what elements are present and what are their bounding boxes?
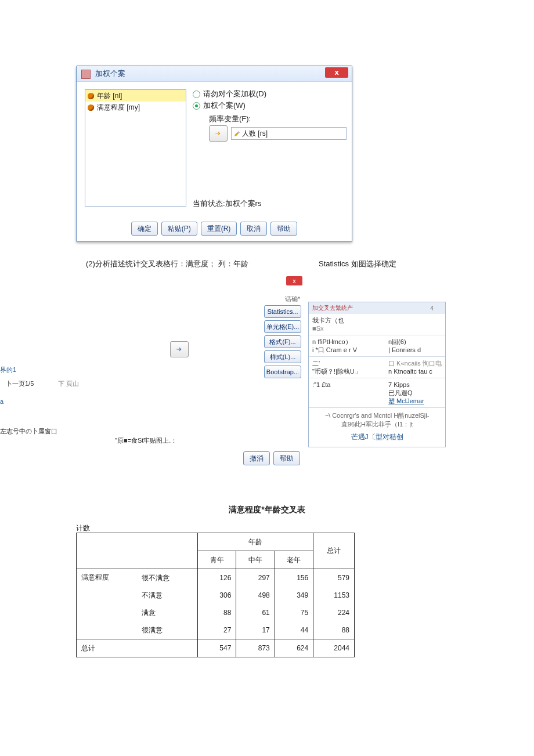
radio-no-weight[interactable]: 请勿对个案加权(D) xyxy=(193,88,347,100)
status-text: 当前状态:加权个案rs xyxy=(193,198,261,209)
option-text[interactable]: 口 K«ncaiis 恂口电n Ktnoaltc tau c xyxy=(388,359,442,375)
list-item[interactable]: 满意程度 [my] xyxy=(85,102,186,113)
footer-text: ~\ Cocnrgr's and Mcntcl H酷nuzelSji-直96此H… xyxy=(309,407,445,432)
dialog-title: 加权个案 xyxy=(77,66,352,82)
col-header: 青年 xyxy=(197,551,236,569)
statistics-panel: 加交叉去繁统产4 我卡方（也■Sx n ffiPtHmco）i *口 Cram … xyxy=(308,302,446,447)
col-group: 年龄 xyxy=(197,533,313,551)
garbled-text: "原■=食St牢贴图上.： xyxy=(115,436,177,445)
freq-label: 频率变量(F): xyxy=(209,114,347,124)
radio-icon xyxy=(193,91,200,98)
garbled-text: 话确* xyxy=(285,295,300,303)
row-name: 很满意 xyxy=(137,621,197,639)
crosstab-table: 年龄 总计 青年 中年 老年 满意程度 很不满意 126 297 156 579… xyxy=(76,533,355,657)
freq-field[interactable]: 人数 [rs] xyxy=(231,127,347,140)
fragment-text: 左志号中の卜屋窗口 xyxy=(0,427,57,436)
row-name: 很不满意 xyxy=(137,569,197,587)
weight-cases-dialog: 加权个案 x 年龄 [nl] 满意程度 [my] 请勿对个案加权(D) 加权个案… xyxy=(76,66,352,242)
list-item[interactable]: 年龄 [nl] xyxy=(85,90,186,102)
crosstabs-dialog: x 话确* Statistics... 单元格(E)... 格式(F)... 样… xyxy=(74,273,306,470)
pencil-icon xyxy=(234,131,240,137)
radio-icon xyxy=(193,102,200,110)
arrow-right-icon xyxy=(214,129,222,138)
option-text[interactable]: 7 Kipps已凡週Q塑 MclJemar xyxy=(388,381,442,405)
total-label: 总计 xyxy=(77,639,198,657)
help-button[interactable]: 帮助 xyxy=(273,451,300,465)
move-button[interactable] xyxy=(209,125,228,142)
variable-list[interactable]: 年龄 [nl] 满意程度 [my] xyxy=(85,89,186,207)
statistics-button[interactable]: Statistics... xyxy=(264,305,301,318)
fragment-text: 卜一页1/5 xyxy=(6,379,34,388)
chi-square-check[interactable]: 我卡方（也■Sx xyxy=(312,316,388,332)
arrow-right-icon xyxy=(175,345,183,353)
table-title: 满意程度*年龄交叉表 xyxy=(0,505,534,515)
var-icon xyxy=(88,104,94,111)
step-text-2: Statistics 如图选择确定 xyxy=(319,259,396,269)
step-text-1: (2)分析描述统计交叉表格行：满意度； 列：年龄 xyxy=(86,259,248,269)
col-header: 中年 xyxy=(236,551,275,569)
radio-weight[interactable]: 加权个案(W) xyxy=(193,100,347,111)
cancel-button[interactable]: 取消 xyxy=(240,222,267,236)
fragment-text: 界的1 xyxy=(0,366,16,374)
reset-button[interactable]: 重置(R) xyxy=(201,222,237,236)
panel-header-num: 4 xyxy=(418,305,445,312)
help-button[interactable]: 帮助 xyxy=(270,222,297,236)
close-button[interactable]: x xyxy=(325,67,348,78)
button-row: 确定 粘贴(P) 重置(R) 取消 帮助 xyxy=(77,222,352,236)
fragment-text: 下 頁山 xyxy=(58,379,79,388)
option-text[interactable]: n回(6)| Eonriers d xyxy=(388,338,442,354)
footer-link[interactable]: 芒遇J〔型对秸创 xyxy=(309,432,445,447)
row-group: 满意程度 xyxy=(77,569,137,639)
var-icon xyxy=(88,93,94,99)
ok-button[interactable]: 确定 xyxy=(131,222,158,236)
col-total: 总计 xyxy=(313,533,355,569)
bootstrap-button[interactable]: Bootstrap... xyxy=(264,366,301,378)
option-text[interactable]: :"1 £ta xyxy=(312,381,388,405)
format-button[interactable]: 格式(F)... xyxy=(264,335,301,348)
option-text[interactable]: n ffiPtHmco）i *口 Cram e r V xyxy=(312,338,388,354)
fragment-text: a xyxy=(0,398,3,405)
cancel-button[interactable]: 撤消 xyxy=(243,451,270,465)
close-button[interactable]: x xyxy=(286,276,302,285)
panel-header: 加交叉去繁统产 xyxy=(309,304,418,312)
col-header: 老年 xyxy=(275,551,313,569)
option-text[interactable]: 二'"币硕？!|除執U」 xyxy=(312,359,388,375)
row-name: 不满意 xyxy=(137,587,197,604)
row-name: 满意 xyxy=(137,604,197,621)
paste-button[interactable]: 粘贴(P) xyxy=(161,222,197,236)
count-label: 计数 xyxy=(76,523,90,533)
cells-button[interactable]: 单元格(E)... xyxy=(264,320,301,333)
style-button[interactable]: 样式(L)... xyxy=(264,350,301,363)
move-button[interactable] xyxy=(170,341,189,357)
